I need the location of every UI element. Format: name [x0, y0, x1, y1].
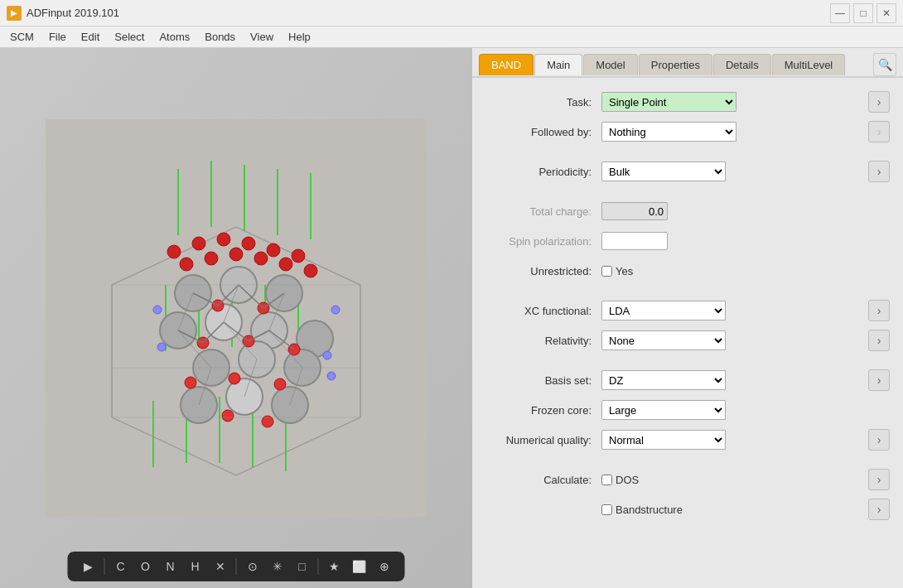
basis-set-nav-arrow[interactable]: ›	[868, 369, 890, 391]
tool-n[interactable]: N	[160, 556, 181, 577]
tool-frame[interactable]: ⬜	[349, 556, 370, 577]
svg-point-28	[304, 264, 317, 277]
tool-o[interactable]: O	[135, 556, 157, 577]
bandstructure-nav-arrow[interactable]: ›	[868, 499, 890, 520]
frozen-core-dropdown[interactable]: None Small Large	[601, 400, 726, 420]
calculate-label: Calculate:	[485, 474, 601, 486]
total-charge-row: Total charge:	[485, 200, 890, 222]
numerical-quality-nav-arrow[interactable]: ›	[868, 429, 890, 451]
frozen-core-select-group: None Small Large	[601, 400, 726, 420]
svg-point-22	[292, 249, 305, 263]
numerical-quality-select-group: Basic Normal Good Very Good Excellent	[601, 430, 726, 450]
tool-square[interactable]: □	[292, 556, 313, 577]
molecule-viewer[interactable]	[0, 73, 472, 563]
form-area: Task: Single Point Geometry Optimization…	[472, 78, 903, 588]
numerical-quality-control: Basic Normal Good Very Good Excellent ›	[601, 429, 890, 451]
svg-point-74	[327, 372, 336, 380]
calculate-bandstructure-row: Bandstructure ›	[485, 499, 890, 520]
periodicity-label: Periodicity:	[485, 166, 601, 178]
xc-functional-label: XC functional:	[485, 305, 601, 317]
followed-by-row: Followed by: Nothing Single Point Geomet…	[485, 121, 890, 142]
search-button[interactable]: 🔍	[873, 53, 896, 76]
tool-h[interactable]: H	[185, 556, 206, 577]
total-charge-input[interactable]	[601, 202, 668, 220]
menu-view[interactable]: View	[244, 29, 280, 45]
dos-checkbox[interactable]	[601, 475, 612, 485]
svg-point-25	[229, 248, 243, 261]
relativity-select-group: None Scalar Spin-Orbit	[601, 330, 726, 350]
svg-point-48	[229, 373, 240, 384]
svg-point-47	[185, 377, 196, 388]
dos-nav-arrow[interactable]: ›	[868, 469, 890, 490]
periodicity-nav-arrow[interactable]: ›	[868, 161, 890, 182]
frozen-core-label: Frozen core:	[485, 404, 601, 417]
svg-point-24	[205, 252, 218, 265]
task-select-group: Single Point Geometry Optimization Frequ…	[601, 92, 736, 112]
periodicity-row: Periodicity: Bulk Slab Wire Molecule ›	[485, 161, 890, 182]
periodicity-control: Bulk Slab Wire Molecule ›	[601, 161, 890, 182]
followed-by-dropdown[interactable]: Nothing Single Point Geometry Optimizati…	[601, 122, 736, 142]
numerical-quality-row: Numerical quality: Basic Normal Good Ver…	[485, 429, 890, 451]
svg-point-18	[192, 237, 205, 250]
task-nav-arrow[interactable]: ›	[868, 91, 890, 113]
tab-multilevel[interactable]: MultiLevel	[772, 54, 846, 75]
maximize-button[interactable]: □	[853, 3, 873, 23]
spin-pol-control	[601, 232, 890, 250]
followed-by-control: Nothing Single Point Geometry Optimizati…	[601, 121, 890, 142]
bandstructure-checkbox[interactable]	[601, 504, 612, 515]
tab-details[interactable]: Details	[713, 54, 771, 75]
right-panel: BAND Main Model Properties Details Multi…	[472, 48, 903, 588]
tool-arrow[interactable]: ▶	[78, 556, 99, 577]
relativity-nav-arrow[interactable]: ›	[868, 330, 890, 351]
task-dropdown[interactable]: Single Point Geometry Optimization Frequ…	[601, 92, 736, 112]
tool-x[interactable]: ✕	[210, 556, 231, 577]
tool-c[interactable]: C	[110, 556, 132, 577]
svg-point-23	[180, 258, 193, 271]
tool-plus[interactable]: ⊕	[374, 556, 395, 577]
spin-pol-input[interactable]	[601, 232, 668, 250]
xc-functional-nav-arrow[interactable]: ›	[868, 300, 890, 321]
tab-model[interactable]: Model	[583, 54, 637, 75]
numerical-quality-dropdown[interactable]: Basic Normal Good Very Good Excellent	[601, 430, 726, 450]
xc-functional-dropdown[interactable]: LDA GGA Hybrid	[601, 301, 726, 321]
periodicity-dropdown[interactable]: Bulk Slab Wire Molecule	[601, 161, 726, 181]
unrestricted-checkbox[interactable]	[601, 266, 612, 277]
svg-point-71	[331, 306, 340, 314]
menu-edit[interactable]: Edit	[75, 29, 106, 45]
svg-point-20	[242, 237, 255, 250]
relativity-dropdown[interactable]: None Scalar Spin-Orbit	[601, 330, 726, 350]
frozen-core-control: None Small Large	[601, 400, 890, 420]
svg-point-26	[254, 252, 268, 265]
menu-file[interactable]: File	[42, 29, 73, 45]
menu-bonds[interactable]: Bonds	[198, 29, 242, 45]
bandstructure-checkbox-label[interactable]: Bandstructure	[601, 504, 683, 516]
basis-set-control: DZ DZP TZP TZ2P ›	[601, 369, 890, 391]
tab-band[interactable]: BAND	[479, 54, 534, 75]
menu-atoms[interactable]: Atoms	[152, 29, 196, 45]
unrestricted-label: Unrestricted:	[485, 265, 601, 277]
menu-help[interactable]: Help	[282, 29, 317, 45]
left-panel: ▶ C O N H ✕ ⊙ ✳ □ ★ ⬜ ⊕	[0, 48, 472, 588]
dos-checkbox-label[interactable]: DOS	[601, 474, 639, 486]
bandstructure-label: Bandstructure	[616, 504, 683, 516]
unrestricted-checkbox-label[interactable]: Yes	[601, 265, 633, 277]
frozen-core-row: Frozen core: None Small Large	[485, 399, 890, 421]
menu-scm[interactable]: SCM	[3, 29, 41, 45]
calculate-dos-row: Calculate: DOS ›	[485, 469, 890, 490]
close-button[interactable]: ✕	[876, 3, 896, 23]
menu-select[interactable]: Select	[108, 29, 151, 45]
tab-bar: BAND Main Model Properties Details Multi…	[472, 48, 903, 78]
task-row: Task: Single Point Geometry Optimization…	[485, 91, 890, 113]
tab-properties[interactable]: Properties	[639, 54, 712, 75]
tool-star[interactable]: ✳	[267, 556, 288, 577]
tool-favorite[interactable]: ★	[324, 556, 345, 577]
minimize-button[interactable]: —	[830, 3, 850, 23]
task-label: Task:	[485, 96, 601, 108]
tool-ring[interactable]: ⊙	[242, 556, 263, 577]
svg-point-49	[274, 378, 286, 390]
followed-by-nav-arrow: ›	[868, 121, 890, 142]
spin-pol-row: Spin polarization:	[485, 230, 890, 252]
calculate-bandstructure-control: Bandstructure ›	[601, 499, 890, 520]
tab-main[interactable]: Main	[534, 54, 582, 75]
basis-set-dropdown[interactable]: DZ DZP TZP TZ2P	[601, 370, 726, 390]
